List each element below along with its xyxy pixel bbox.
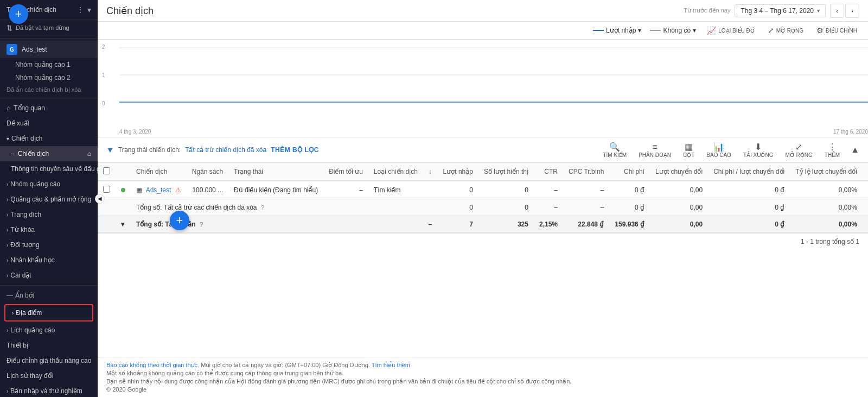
- sidebar-item-campaigns-parent[interactable]: ▾ Chiến dịch: [0, 131, 98, 146]
- chart-expand-button[interactable]: ⤢ MỞ RỘNG: [765, 25, 806, 36]
- th-conv-rate[interactable]: Tỷ lệ lượt chuyển đổi: [790, 163, 863, 181]
- sidebar-item-bid-adj[interactable]: Điều chỉnh giá thầu nâng cao: [0, 353, 98, 368]
- footer-report-link[interactable]: Báo cáo không theo thời gian thực.: [106, 362, 199, 368]
- toggle-label: Đã bật và tạm dừng: [16, 24, 69, 31]
- th-status[interactable]: Trạng thái: [228, 163, 323, 181]
- totals-help-icon[interactable]: ?: [261, 204, 264, 211]
- more-label: THÊM: [825, 152, 840, 158]
- chart-x-labels: 4 thg 3, 2020 17 thg 6, 2020: [119, 129, 868, 135]
- th-type[interactable]: Loại chiến dịch: [368, 163, 423, 181]
- sidebar-account[interactable]: G Ads_test: [0, 41, 98, 58]
- th-impressions[interactable]: Lượt nhập: [438, 163, 478, 181]
- expand-icon: ⤢: [768, 26, 774, 35]
- date-range-button[interactable]: Thg 3 4 – Thg 6 17, 2020 ▾: [735, 4, 826, 17]
- sidebar-item-schedule[interactable]: › Lịch quảng cáo: [0, 323, 98, 338]
- th-cost-per-conv[interactable]: Chi phí / lượt chuyển đổi: [708, 163, 790, 181]
- sidebar-item-insights[interactable]: Thông tin chuyên sâu về đấu giá: [0, 161, 98, 177]
- th-campaign[interactable]: Chiến dịch: [131, 163, 187, 181]
- row-checkbox[interactable]: [103, 186, 110, 193]
- sidebar-item-hide[interactable]: — Ẩn bớt: [0, 288, 98, 303]
- row-bid-strategy: Tối đa hóa số lượt nhập: [863, 181, 868, 199]
- expand-icon[interactable]: ▾: [121, 220, 124, 228]
- columns-action-button[interactable]: ▦ CỘT: [680, 141, 698, 159]
- y-label-1: 1: [102, 72, 105, 78]
- th-score[interactable]: Điểm tối ưu: [323, 163, 368, 181]
- sidebar-item-keywords[interactable]: › Từ khóa: [0, 222, 98, 237]
- select-all-checkbox[interactable]: [103, 167, 110, 174]
- th-conversions[interactable]: Lượt chuyển đổi: [650, 163, 708, 181]
- account-name: Ads_test: [22, 46, 47, 53]
- chart-adjust-button[interactable]: ⚙ ĐIỀU CHỈNH: [814, 25, 859, 36]
- acc-totals-ctr: 2,15%: [534, 216, 563, 233]
- budget-warning-icon: ⚠: [175, 186, 181, 194]
- chart-type-button[interactable]: 📈 LOẠI BIỂU ĐỒ: [705, 25, 757, 36]
- acc-totals-impressions: 7: [438, 216, 478, 233]
- segment-action-button[interactable]: ≡ PHÂN ĐOẠN: [635, 141, 674, 159]
- legend-dropdown-2[interactable]: ▾: [693, 27, 696, 34]
- collapse-table-button[interactable]: ▲: [851, 145, 859, 155]
- sidebar-item-history[interactable]: Lịch sử thay đổi: [0, 368, 98, 383]
- search-action-button[interactable]: 🔍 TÌM KIẾM: [599, 141, 630, 159]
- sidebar-item-demographics[interactable]: › Nhân khẩu học: [0, 253, 98, 268]
- sidebar-item-audience[interactable]: › Đối tượng: [0, 237, 98, 253]
- chevron-right-icon-kw: ›: [7, 227, 8, 233]
- sidebar-item-campaigns[interactable]: – Chiến dịch ⌂: [0, 146, 98, 161]
- row-views: 0: [478, 181, 534, 199]
- th-cpc[interactable]: CPC Tr.bình: [563, 163, 609, 181]
- filter-status-value[interactable]: Tất cả trừ chiến dịch đã xóa: [185, 146, 266, 154]
- legend-item-2[interactable]: Không có ▾: [650, 27, 696, 34]
- th-checkbox: [98, 163, 116, 181]
- acc-totals-conversions: 0,00: [650, 216, 708, 233]
- th-ctr[interactable]: CTR: [534, 163, 563, 181]
- sidebar-campaign-group-1[interactable]: Nhóm quảng cáo 1: [0, 58, 98, 71]
- next-date-button[interactable]: ›: [845, 4, 859, 18]
- date-nav-arrows: ‹ ›: [830, 4, 859, 18]
- th-views[interactable]: Số lượt hiển thị: [478, 163, 534, 181]
- sidebar-item-overview[interactable]: ⌂ Tổng quan: [0, 100, 98, 116]
- sidebar-location-box: › Địa điểm: [4, 304, 93, 322]
- sidebar-item-devices[interactable]: Thiết bị: [0, 338, 98, 353]
- acc-totals-status: [228, 216, 323, 233]
- prev-date-button[interactable]: ‹: [830, 4, 844, 18]
- th-sort[interactable]: ↓: [423, 163, 438, 181]
- legend-dropdown-1[interactable]: ▾: [638, 27, 641, 34]
- report-action-button[interactable]: 📊 BÁO CÁO: [703, 141, 735, 159]
- sidebar-item-adgroups[interactable]: › Nhóm quảng cáo: [0, 177, 98, 192]
- download-action-button[interactable]: ⬇ TẢI XUỐNG: [740, 141, 777, 159]
- sidebar-divider-1: [0, 38, 98, 39]
- campaign-link[interactable]: Ads_test: [146, 186, 171, 194]
- add-filter-button[interactable]: THÊM BỘ LỌC: [271, 146, 319, 154]
- acc-totals-dot: ▾: [116, 216, 131, 233]
- toggle-icon: ⇅: [7, 24, 12, 32]
- sidebar-campaign-group-2[interactable]: Nhóm quảng cáo 2: [0, 71, 98, 84]
- sidebar-item-ads[interactable]: › Quảng cáo & phần mở rộng: [0, 192, 98, 207]
- expand-table-label: MỞ RỘNG: [785, 152, 812, 158]
- account-icon: G: [7, 44, 17, 55]
- th-bid-strategy[interactable]: Loại chiến lược giá thầu: [863, 163, 868, 181]
- download-label: TẢI XUỐNG: [743, 152, 774, 158]
- more-action-button[interactable]: ⋮ THÊM: [821, 141, 843, 159]
- sidebar-divider-2: [0, 98, 98, 98]
- add-button[interactable]: +: [170, 211, 189, 230]
- sidebar-item-landingpages[interactable]: › Trang đích: [0, 207, 98, 222]
- active-indicator: –: [11, 150, 15, 157]
- sidebar-item-drafts[interactable]: › Bản nhập và thử nghiệm: [0, 383, 98, 397]
- chevron-right-icon-draft: ›: [7, 388, 8, 394]
- totals-conversions: 0,00: [650, 199, 708, 216]
- expand-action-button[interactable]: ⤢ MỞ RỘNG: [782, 141, 815, 159]
- chart-controls-bar: Lượt nhập ▾ Không có ▾ 📈 LOẠI BIỂU ĐỒ ⤢ …: [98, 22, 868, 40]
- sidebar-item-proposals[interactable]: Đề xuất: [0, 116, 98, 131]
- footer-learn-more-link[interactable]: Tìm hiểu thêm: [372, 362, 410, 368]
- more-icon[interactable]: ⋮: [76, 5, 84, 14]
- sidebar-item-location[interactable]: › Địa điểm: [5, 305, 92, 320]
- sidebar-collapse-handle[interactable]: ◀: [95, 194, 105, 204]
- th-budget[interactable]: Ngân sách: [187, 163, 228, 181]
- th-cost[interactable]: Chi phí: [609, 163, 650, 181]
- row-conversions: 0,00: [650, 181, 708, 199]
- acc-totals-help-icon[interactable]: ?: [200, 221, 203, 228]
- legend-item-1[interactable]: Lượt nhập ▾: [593, 27, 641, 34]
- minus-icon: —: [7, 292, 13, 299]
- dropdown-icon[interactable]: ▾: [87, 5, 91, 14]
- totals-ctr: –: [534, 199, 563, 216]
- sidebar-item-settings[interactable]: › Cài đặt: [0, 268, 98, 283]
